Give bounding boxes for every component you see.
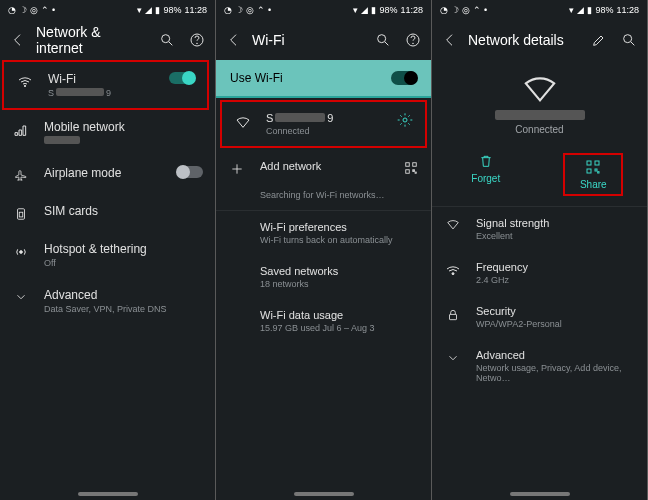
row-label: Hotspot & tethering (44, 242, 203, 256)
accent-underline (216, 96, 431, 98)
status-bar: ◔ ☽ ◎ ⌃ • ▾ ◢ ▮ 98% 11:28 (0, 0, 215, 20)
page-title: Wi-Fi (252, 32, 365, 48)
notif-icon: ⌃ (257, 5, 265, 15)
home-bar[interactable] (294, 492, 354, 496)
back-icon[interactable] (226, 32, 242, 48)
battery-icon: ▮ (155, 5, 160, 15)
use-wifi-toggle[interactable] (391, 71, 417, 85)
battery-icon: ▮ (371, 5, 376, 15)
row-airplane-mode[interactable]: Airplane mode (0, 156, 215, 194)
moon-icon: ☽ (235, 5, 243, 15)
whatsapp-icon: ◔ (440, 5, 448, 15)
svg-rect-18 (595, 161, 599, 165)
moon-icon: ☽ (451, 5, 459, 15)
row-sub: Off (44, 258, 203, 268)
airplane-toggle[interactable] (177, 166, 203, 178)
row-label: Wi-Fi preferences (260, 221, 419, 233)
search-icon[interactable] (159, 32, 175, 48)
searching-text: Searching for Wi-Fi networks… (216, 186, 431, 210)
whatsapp-icon: ◔ (224, 5, 232, 15)
svg-rect-4 (18, 209, 25, 220)
panel-network-details: ◔ ☽ ◎ ⌃ • ▾ ◢ ▮ 98% 11:28 Network detail… (432, 0, 647, 500)
svg-point-2 (197, 43, 198, 44)
row-label: Frequency (476, 261, 635, 273)
signal-icon: ◢ (145, 5, 152, 15)
title-bar: Wi-Fi (216, 20, 431, 60)
row-frequency[interactable]: Frequency 2.4 GHz (432, 251, 647, 295)
row-wifi-data-usage[interactable]: Wi-Fi data usage 15.97 GB used Jul 6 – A… (216, 299, 431, 343)
title-bar: Network & internet (0, 20, 215, 60)
status-bar: ◔ ☽ ◎ ⌃ • ▾ ◢ ▮ 98% 11:28 (432, 0, 647, 20)
svg-rect-21 (598, 172, 599, 173)
row-sub: Network usage, Privacy, Add device, Netw… (476, 363, 635, 383)
wifi-icon (444, 217, 462, 233)
svg-rect-19 (587, 169, 591, 173)
back-icon[interactable] (442, 32, 458, 48)
row-wifi[interactable]: Wi-Fi S9 (2, 60, 209, 110)
qr-icon[interactable] (403, 160, 419, 176)
row-wifi-preferences[interactable]: Wi-Fi preferences Wi-Fi turns back on au… (216, 211, 431, 255)
signal-icon (12, 120, 30, 138)
svg-point-0 (162, 35, 170, 43)
svg-point-6 (20, 251, 23, 254)
whatsapp-icon: ◔ (8, 5, 16, 15)
row-sub (44, 136, 203, 146)
row-signal-strength[interactable]: Signal strength Excellent (432, 207, 647, 251)
search-icon[interactable] (621, 32, 637, 48)
row-mobile-network[interactable]: Mobile network (0, 110, 215, 156)
use-wifi-bar[interactable]: Use Wi-Fi (216, 60, 431, 96)
row-add-network[interactable]: Add network (216, 150, 431, 186)
help-icon[interactable] (405, 32, 421, 48)
svg-rect-23 (450, 314, 457, 319)
forget-button[interactable]: Forget (456, 153, 516, 196)
share-button[interactable]: Share (563, 153, 623, 196)
signal-icon: ◢ (577, 5, 584, 15)
row-advanced[interactable]: Advanced Network usage, Privacy, Add dev… (432, 339, 647, 393)
camera-icon: ◎ (30, 5, 38, 15)
svg-point-16 (624, 35, 632, 43)
help-icon[interactable] (189, 32, 205, 48)
wifi-icon: ▾ (137, 5, 142, 15)
plus-icon (228, 160, 246, 176)
wifi-icon: ▾ (569, 5, 574, 15)
frequency-icon (444, 261, 462, 279)
row-label: Security (476, 305, 635, 317)
svg-rect-14 (413, 170, 415, 172)
network-hero: Connected (432, 60, 647, 141)
panel-network-internet: ◔ ☽ ◎ ⌃ • ▾ ◢ ▮ 98% 11:28 Network & inte… (0, 0, 215, 500)
back-icon[interactable] (10, 32, 26, 48)
svg-rect-20 (595, 169, 597, 171)
clock: 11:28 (184, 5, 207, 15)
notif-icon: ⌃ (473, 5, 481, 15)
row-label: SIM cards (44, 204, 203, 218)
row-advanced[interactable]: Advanced Data Saver, VPN, Private DNS (0, 278, 215, 324)
svg-rect-17 (587, 161, 591, 165)
notif-icon: ⌃ (41, 5, 49, 15)
hotspot-icon (12, 242, 30, 260)
row-security[interactable]: Security WPA/WPA2-Personal (432, 295, 647, 339)
forget-label: Forget (471, 173, 500, 184)
row-label: Signal strength (476, 217, 635, 229)
row-saved-networks[interactable]: Saved networks 18 networks (216, 255, 431, 299)
row-label: Airplane mode (44, 166, 163, 180)
wifi-icon (16, 72, 34, 90)
svg-point-3 (24, 85, 25, 86)
qr-icon (585, 159, 601, 175)
wifi-toggle[interactable] (169, 72, 195, 84)
row-label: Mobile network (44, 120, 203, 134)
home-bar[interactable] (510, 492, 570, 496)
gear-icon[interactable] (397, 112, 413, 128)
home-bar[interactable] (78, 492, 138, 496)
search-icon[interactable] (375, 32, 391, 48)
svg-rect-15 (415, 172, 416, 173)
row-hotspot[interactable]: Hotspot & tethering Off (0, 232, 215, 278)
network-name: S9 (266, 112, 383, 124)
row-sub: S9 (48, 88, 155, 98)
network-name-blur (495, 110, 585, 120)
row-label: Add network (260, 160, 389, 172)
wifi-icon: ▾ (353, 5, 358, 15)
share-label: Share (580, 179, 607, 190)
row-connected-network[interactable]: S9 Connected (220, 100, 427, 148)
edit-icon[interactable] (591, 32, 607, 48)
row-sim-cards[interactable]: SIM cards (0, 194, 215, 232)
